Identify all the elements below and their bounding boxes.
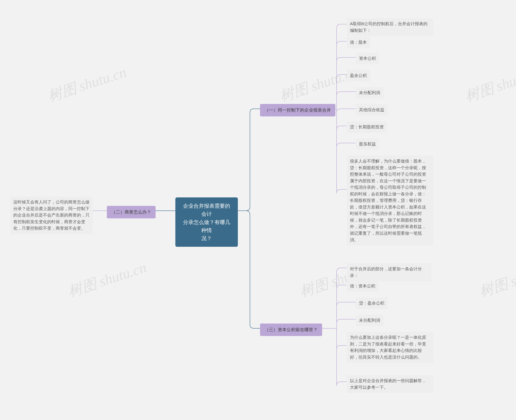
branch-same-control: （一）同一控制下的企业报表合并 <box>260 104 335 116</box>
leaf-1-explain: 很多人会不理解，为什么要做借：股本，贷：长期股权投资，这样一个分录呢，按照整体来… <box>347 156 433 246</box>
branch-goodwill: （二）商誉怎么办？ <box>107 206 156 218</box>
root-title-l3: 况？ <box>201 235 212 241</box>
watermark: 树图 shutu.cn <box>477 258 516 301</box>
branch-capital-reserve: （三）资本公积留在哪里？ <box>260 323 322 336</box>
leaf-3-undist: 未分配利润 <box>356 315 383 326</box>
leaf-3-credit: 贷：盈余公积 <box>356 298 387 309</box>
leaf-goodwill-text: 这时候又会有人问了，公司的商誉怎么做分录？还是沿袭上题的内容，同一控制下的企业合… <box>10 196 93 234</box>
leaf-3-summary: 以上是对企业合并报表的一些问题解答，大家可以参考一下。 <box>347 375 433 393</box>
root-node: 企业合并报表需要的会计 分录怎么做？有哪几种情 况？ <box>175 197 238 247</box>
leaf-1-other-income: 其他综合收益 <box>356 104 387 116</box>
leaf-3-debit: 借：资本公积 <box>347 280 379 292</box>
watermark: 树图 shutu.cn <box>463 62 516 106</box>
leaf-1-credit-invest: 贷：长期股权投资 <box>347 121 387 133</box>
leaf-1-equity: 股东权益 <box>356 138 379 150</box>
leaf-1-undist-profit: 未分配利润 <box>356 87 383 98</box>
root-title-l1: 企业合并报表需要的会计 <box>183 203 230 217</box>
watermark: 树图 shutu.cn <box>66 258 149 301</box>
watermark: 树图 shutu.cn <box>45 62 129 106</box>
branch-capital-reserve-label: （三）资本公积留在哪里？ <box>265 327 318 332</box>
leaf-1-capital-reserve: 资本公积 <box>356 53 379 64</box>
leaf-1-surplus: 盈余公积 <box>347 70 370 81</box>
root-title-l2: 分录怎么做？有哪几种情 <box>183 219 230 233</box>
leaf-3-why: 为什么要加上这条分录呢？一是一体化原则，二是为了报表看起来好看一些，毕竟有利润的… <box>347 332 433 363</box>
leaf-1-debit-capital: 借：股本 <box>347 37 370 48</box>
branch-same-control-label: （一）同一控制下的企业报表合并 <box>265 108 331 112</box>
leaf-3-intro: 对于合并后的部分，还要加一条会计分录： <box>347 263 431 281</box>
leaf-1-intro: A取得B公司的控制权后，合并会计报表的编制如下： <box>347 18 433 36</box>
watermark: 树图 shutu.cn <box>277 62 361 106</box>
branch-goodwill-label: （二）商誉怎么办？ <box>111 210 151 215</box>
